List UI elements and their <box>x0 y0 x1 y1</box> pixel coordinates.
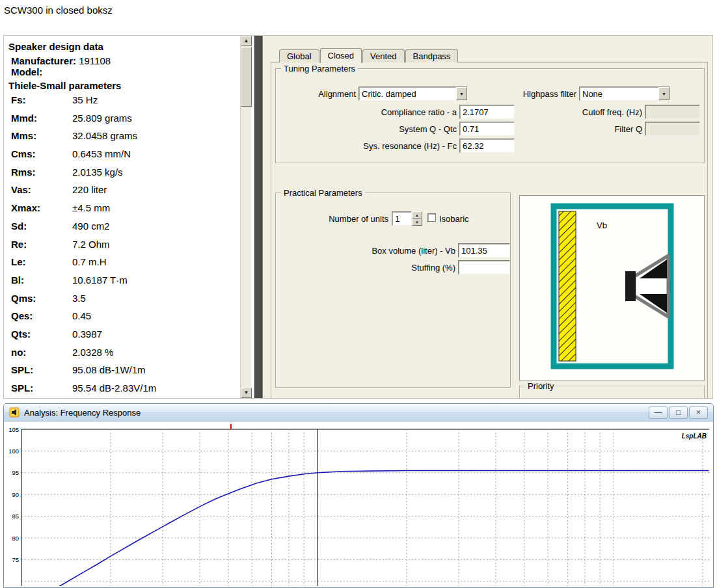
stuffing-label: Stuffing (%) <box>327 263 455 273</box>
design-software-panel: Speaker design data Manufacturer: 191108… <box>3 35 713 399</box>
page-title: SCW300 in closed boksz <box>4 5 113 16</box>
tab-vented[interactable]: Vented <box>362 49 405 62</box>
stuffing-strip-icon <box>559 211 576 361</box>
y-tick-label: 95 <box>12 469 19 476</box>
analysis-window-icon <box>9 407 20 418</box>
alignment-label: Alignment <box>289 89 356 99</box>
left-panel-scrollbar[interactable]: ▲ ▼ <box>240 36 251 398</box>
speaker-data-panel: Speaker design data Manufacturer: 191108… <box>4 36 240 398</box>
parameter-row: Vas:220 liter <box>4 181 238 199</box>
box-volume-input[interactable] <box>458 243 510 258</box>
param-value: 10.6187 T·m <box>72 271 128 289</box>
tuning-parameters-group: Tuning Parameters Alignment Critic. damp… <box>275 68 705 163</box>
param-value: 32.0458 grams <box>72 127 137 145</box>
param-label: SPL: <box>11 379 33 397</box>
param-label: Mms: <box>11 127 36 145</box>
box-design-panel: Global Closed Vented Bandpass Tuning Par… <box>262 36 712 398</box>
param-label: Qts: <box>11 325 31 343</box>
param-label: Le: <box>11 253 26 271</box>
parameter-row: Cms:0.6453 mm/N <box>4 145 238 163</box>
param-value: 220 liter <box>72 181 107 199</box>
panel-splitter[interactable] <box>254 36 262 398</box>
param-value: ±4.5 mm <box>72 199 110 217</box>
priority-group: Priority <box>519 386 705 399</box>
isobaric-label: Isobaric <box>439 214 478 224</box>
y-tick-label: 90 <box>12 491 19 498</box>
closed-box-diagram: Vb <box>520 196 704 381</box>
stuffing-input[interactable] <box>458 260 510 274</box>
tuning-parameters-title: Tuning Parameters <box>281 64 358 74</box>
y-tick-label: 100 <box>8 448 19 455</box>
parameter-row: Qms:3.5 <box>4 289 238 308</box>
parameter-row: Le:0.7 m.H <box>4 253 238 271</box>
highpass-filter-select[interactable]: None ▼ <box>579 87 670 101</box>
ts-parameters-heading: Thiele-Small parameters <box>8 80 121 91</box>
param-label: Qes: <box>11 307 33 325</box>
analysis-window-title: Analysis: Frequency Response <box>24 408 141 418</box>
parameter-row: Qes:0.45 <box>4 307 238 325</box>
practical-parameters-title: Practical Parameters <box>281 188 365 198</box>
param-label: Sd: <box>11 217 27 235</box>
param-value: 0.7 m.H <box>72 253 107 271</box>
restore-icon[interactable]: □ <box>669 407 688 419</box>
param-value: 0.45 <box>72 307 91 325</box>
tab-bandpass[interactable]: Bandpass <box>405 49 459 62</box>
box-diagram-panel: Vb <box>519 195 705 381</box>
minimize-icon[interactable]: — <box>649 407 668 419</box>
number-of-units-input[interactable] <box>392 211 412 226</box>
param-value: 7.2 Ohm <box>72 235 110 254</box>
compliance-ratio-label: Compliance ratio - a <box>328 107 457 117</box>
y-tick-label: 80 <box>12 535 19 542</box>
alignment-select[interactable]: Critic. damped ▼ <box>358 87 468 101</box>
speaker-data-heading: Speaker design data <box>8 41 103 52</box>
practical-parameters-group: Practical Parameters Number of units ▲ ▼… <box>275 193 511 388</box>
driver-magnet-icon <box>625 271 636 301</box>
sys-resonance-input[interactable] <box>459 139 515 153</box>
param-value: 25.809 grams <box>72 109 132 127</box>
analysis-titlebar[interactable]: Analysis: Frequency Response — □ × <box>4 404 713 421</box>
isobaric-checkbox[interactable] <box>427 213 436 222</box>
lsplab-logo: LspLAB <box>682 433 707 440</box>
manufacturer-row: Manufacturer: 191108 <box>11 55 111 66</box>
param-value: 2.0328 % <box>72 343 113 362</box>
sys-resonance-label: Sys. resonance (Hz) - Fc <box>328 141 457 151</box>
param-label: Rms: <box>11 163 36 181</box>
spin-down-icon[interactable]: ▼ <box>412 219 422 226</box>
param-label: Re: <box>11 235 27 254</box>
y-tick-label: 105 <box>8 426 19 433</box>
scroll-down-icon[interactable]: ▼ <box>241 388 252 398</box>
parameter-row: Mms:32.0458 grams <box>4 127 238 145</box>
param-label: Bl: <box>11 271 24 289</box>
tab-global[interactable]: Global <box>279 49 319 62</box>
system-q-label: System Q - Qtc <box>328 124 457 134</box>
alignment-value: Critic. damped <box>359 89 456 99</box>
filter-q-label: Filter Q <box>556 124 642 134</box>
box-type-tabs: Global Closed Vented Bandpass <box>279 47 459 62</box>
window-controls: — □ × <box>649 407 708 419</box>
param-label: no: <box>11 343 26 362</box>
scrollbar-thumb[interactable] <box>241 47 252 107</box>
highpass-dropdown-arrow-icon[interactable]: ▼ <box>658 87 670 100</box>
param-label: Qms: <box>11 289 36 308</box>
param-label: Fs: <box>11 91 26 109</box>
param-label: Mmd: <box>11 109 37 127</box>
frequency-response-chart: 1051009590858075LspLAB <box>5 421 712 587</box>
alignment-dropdown-arrow-icon[interactable]: ▼ <box>456 87 467 100</box>
system-q-input[interactable] <box>459 122 515 136</box>
filter-q-input <box>645 122 700 136</box>
tab-closed[interactable]: Closed <box>320 48 362 63</box>
param-label: Cms: <box>11 145 36 163</box>
priority-title: Priority <box>525 381 556 391</box>
compliance-ratio-input[interactable] <box>459 105 515 119</box>
frequency-response-plot: 1051009590858075LspLAB <box>5 421 712 586</box>
scroll-up-icon[interactable]: ▲ <box>241 36 252 46</box>
units-stepper[interactable]: ▲ ▼ <box>412 211 422 226</box>
parameter-row: SPL:95.54 dB-2.83V/1m <box>4 379 238 397</box>
y-tick-label: 75 <box>12 556 19 563</box>
param-value: 35 Hz <box>72 91 98 109</box>
spin-up-icon[interactable]: ▲ <box>412 211 422 219</box>
close-icon[interactable]: × <box>689 407 708 419</box>
cutoff-freq-input <box>645 105 700 119</box>
param-value: 0.6453 mm/N <box>72 145 131 163</box>
parameter-row: Mmd:25.809 grams <box>4 109 238 127</box>
